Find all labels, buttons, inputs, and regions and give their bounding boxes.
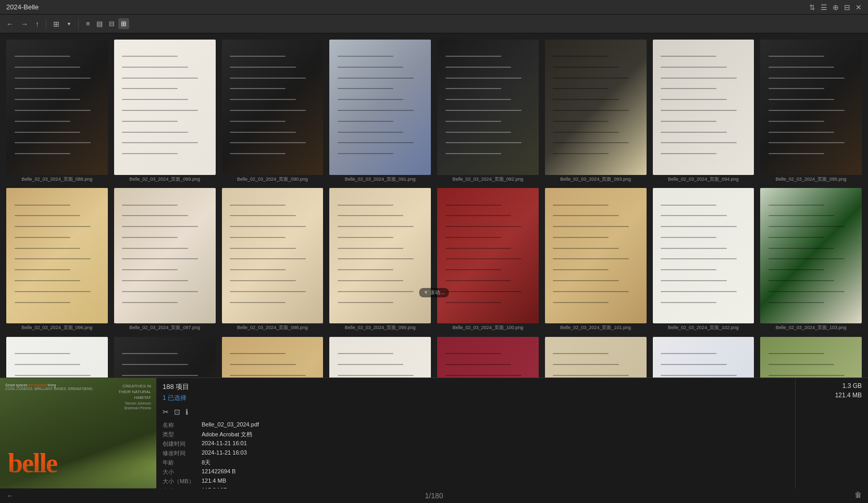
created-value: 2024-11-21 16:01	[202, 440, 789, 448]
browse-caret[interactable]: ▼	[65, 20, 73, 28]
name-label: 名称	[163, 421, 195, 429]
total-size: 1.3 GB	[842, 382, 862, 389]
selected-count: 1 已选择	[163, 394, 789, 403]
sizemb-value: 121.4 MB	[202, 477, 789, 485]
page-preview	[114, 188, 216, 323]
selected-size: 121.4 MB	[835, 392, 862, 399]
thumbnail-item[interactable]: Belle_02_03_2024_页面_099.png	[327, 186, 433, 332]
thumbnail-label: Belle_02_03_2024_页面_097.png	[129, 325, 200, 331]
thumbnail-label: Belle_02_03_2024_页面_098.png	[237, 325, 308, 331]
thumbnail-label: Belle_02_03_2024_页面_090.png	[237, 177, 308, 182]
thumbnail-item[interactable]: Belle_02_03_2024_页面_095.png	[758, 37, 864, 184]
thumbnail-label: Belle_02_03_2024_页面_092.png	[453, 177, 524, 182]
page-info: 1/180	[425, 492, 443, 500]
window-title: 2024-Belle	[6, 3, 39, 11]
thumbnail-label: Belle_02_03_2024_页面_091.png	[345, 177, 416, 182]
item-count: 188 项目	[163, 382, 789, 392]
thumbnail-item[interactable]: Belle_02_03_2024_页面_102.png	[651, 186, 757, 332]
thumbnail-label: Belle_02_03_2024_页面_094.png	[668, 177, 739, 182]
toolbar: ← → ↑ ⊞ ▼ ≡ ▤ ⊟ ⊞	[0, 15, 868, 33]
separator	[46, 19, 46, 29]
type-label: 类型	[163, 431, 195, 438]
thumbnail-item[interactable]: Belle_02_03_2024_页面_103.png	[758, 186, 864, 332]
file-info-table: 名称 Belle_02_03_2024.pdf 类型 Adobe Acrobat…	[163, 421, 789, 495]
page-preview	[329, 188, 431, 323]
thumbnail-item[interactable]: Belle_02_03_2024_页面_101.png	[543, 186, 649, 332]
name-value: Belle_02_03_2024.pdf	[202, 421, 789, 429]
info-button[interactable]: ℹ	[185, 408, 188, 416]
scroll-hint: ▼ 滚动...	[419, 288, 449, 297]
modified-value: 2024-11-21 16:03	[202, 449, 789, 457]
add-icon[interactable]: ⊕	[833, 3, 839, 11]
trash-button[interactable]: 🗑	[854, 491, 862, 499]
thumbnail-label: Belle_02_03_2024_页面_089.png	[129, 177, 200, 182]
age-value: 8天	[202, 459, 789, 467]
page-preview	[6, 40, 108, 175]
close-icon[interactable]: ✕	[855, 3, 862, 11]
page-preview	[329, 40, 431, 175]
thumbnail-item[interactable]: Belle_02_03_2024_页面_096.png	[4, 186, 110, 332]
title-bar: 2024-Belle ⇅ ☰ ⊕ ⊟ ✕	[0, 0, 868, 15]
page-preview	[6, 188, 108, 323]
thumbnail-item[interactable]: Belle_02_03_2024_页面_092.png	[435, 37, 541, 184]
separator2	[78, 19, 79, 29]
up-button[interactable]: ↑	[33, 18, 41, 30]
thumbnail-label: Belle_02_03_2024_页面_096.png	[22, 325, 93, 331]
filesize-label: 大小	[163, 468, 195, 476]
thumbnail-label: Belle_02_03_2024_页面_095.png	[776, 177, 847, 182]
prev-button[interactable]: ←	[6, 492, 14, 500]
thumbnail-label: Belle_02_03_2024_页面_088.png	[22, 177, 93, 182]
thumbnail-label: Belle_02_03_2024_页面_100.png	[453, 325, 524, 331]
page-preview	[437, 188, 539, 323]
thumbnail-item[interactable]: Belle_02_03_2024_页面_100.png	[435, 186, 541, 332]
view-list-button[interactable]: ≡	[83, 18, 93, 29]
forward-button[interactable]: →	[19, 18, 30, 30]
view-compact-button[interactable]: ⊟	[106, 18, 117, 29]
page-preview	[653, 188, 754, 323]
modified-label: 修改时间	[163, 449, 195, 457]
thumbnail-item[interactable]: Belle_02_03_2024_页面_098.png	[220, 186, 326, 332]
preview-cover: belle CREATIVES IN THEIR NATURAL HABITAT…	[0, 378, 156, 503]
preview-panel: belle CREATIVES IN THEIR NATURAL HABITAT…	[0, 378, 156, 503]
window-controls: ⇅ ☰ ⊕ ⊟ ✕	[809, 3, 862, 11]
sync-icon[interactable]: ⇅	[809, 3, 815, 11]
page-preview	[437, 40, 539, 175]
scissors-button[interactable]: ✂	[163, 408, 169, 416]
thumbnail-item[interactable]: Belle_02_03_2024_页面_088.png	[4, 37, 110, 184]
thumbnail-label: Belle_02_03_2024_页面_103.png	[776, 325, 847, 331]
view-mode-buttons: ≡ ▤ ⊟ ⊞	[83, 18, 129, 29]
filesize-value: 121422694 B	[202, 468, 789, 476]
thumbnail-label: Belle_02_03_2024_页面_101.png	[560, 325, 631, 331]
view-details-button[interactable]: ▤	[94, 18, 105, 29]
thumbnail-label: Belle_02_03_2024_页面_102.png	[668, 325, 739, 331]
thumbnail-label: Belle_02_03_2024_页面_099.png	[345, 325, 416, 331]
thumbnail-item[interactable]: Belle_02_03_2024_页面_089.png	[112, 37, 218, 184]
preview-nav: ← 1/180 →	[0, 488, 868, 503]
copy-button[interactable]: ⊡	[174, 408, 180, 416]
page-preview	[114, 40, 216, 175]
remove-icon[interactable]: ⊟	[844, 3, 850, 11]
thumbnail-item[interactable]: Belle_02_03_2024_页面_094.png	[651, 37, 757, 184]
bottom-panel: belle CREATIVES IN THEIR NATURAL HABITAT…	[0, 378, 868, 503]
page-preview	[222, 40, 324, 175]
page-preview	[760, 40, 862, 175]
thumbnail-item[interactable]: Belle_02_03_2024_页面_090.png	[220, 37, 326, 184]
cover-image: belle CREATIVES IN THEIR NATURAL HABITAT…	[0, 378, 156, 503]
type-value: Adobe Acrobat 文档	[202, 431, 789, 438]
back-button[interactable]: ←	[4, 18, 16, 30]
page-preview	[222, 188, 324, 323]
thumbnail-item[interactable]: Belle_02_03_2024_页面_093.png	[543, 37, 649, 184]
page-preview	[545, 188, 647, 323]
sizemb-label: 大小（MB）	[163, 477, 195, 485]
stats-panel: 1.3 GB 121.4 MB	[795, 378, 868, 503]
age-label: 年龄	[163, 459, 195, 467]
list-icon[interactable]: ☰	[821, 3, 827, 11]
page-preview	[653, 40, 754, 175]
browse-button[interactable]: ⊞	[51, 18, 61, 30]
view-grid-button[interactable]: ⊞	[118, 18, 129, 29]
action-buttons: ✂ ⊡ ℹ	[163, 408, 789, 416]
page-preview	[545, 40, 647, 175]
thumbnail-item[interactable]: Belle_02_03_2024_页面_097.png	[112, 186, 218, 332]
info-panel: 188 项目 1 已选择 ✂ ⊡ ℹ 名称 Belle_02_03_2024.p…	[156, 378, 795, 503]
thumbnail-item[interactable]: Belle_02_03_2024_页面_091.png	[327, 37, 433, 184]
